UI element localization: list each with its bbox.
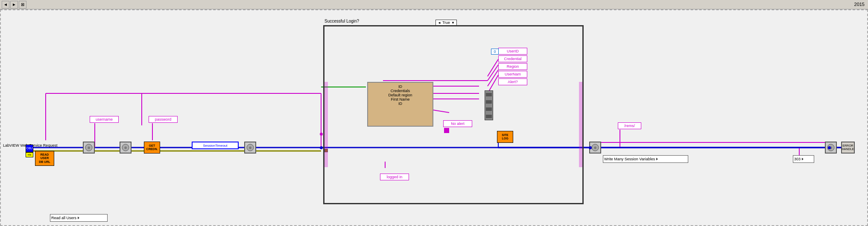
cluster-box: ID Credentials Default region First Name…	[367, 82, 433, 127]
logged-in-label: logged in	[380, 174, 409, 180]
svg-text:⚙: ⚙	[124, 146, 127, 149]
userid-label: UserID	[498, 48, 527, 55]
svg-text:⚙: ⚙	[88, 146, 90, 149]
num-0-box: 0	[491, 49, 499, 55]
connector-array	[485, 90, 493, 120]
svg-text:⚙: ⚙	[594, 146, 596, 149]
site-log-node: SITE LOG	[497, 131, 513, 143]
cluster-id: ID	[370, 84, 431, 89]
no-alert-label: No alert	[443, 120, 472, 127]
cluster-id2: ID	[370, 101, 431, 106]
credential-label: Credential	[498, 55, 527, 62]
case-title: Successful Login?	[324, 19, 359, 23]
username2-label: UserNam	[498, 71, 527, 78]
cluster-default-region: Default region	[370, 93, 431, 97]
case-left-pink-bar	[324, 82, 328, 167]
obj-node: OBJ	[26, 145, 33, 152]
error-handle-node: ERROR HANDLE	[841, 142, 855, 154]
toolbar-btn-1[interactable]: ◄	[2, 1, 9, 9]
cluster-credentials: Credentials	[370, 89, 431, 93]
read-all-users-arrow	[78, 217, 79, 219]
wire-junction	[320, 146, 323, 149]
read-all-users-label: Read all Users	[51, 216, 76, 220]
password-label: password	[149, 116, 178, 123]
num-303-label: 303	[794, 157, 801, 161]
case-selector[interactable]: ◄ True ▼	[435, 20, 457, 26]
read-user-node: READ USER DB URL	[35, 151, 54, 166]
blue-junction-3	[828, 146, 831, 149]
toolbar-btn-3[interactable]: ⊠	[19, 1, 26, 9]
yellow-node: nis	[26, 152, 33, 157]
subvi-3: ⚙	[244, 142, 256, 154]
num-303-arrow	[802, 158, 804, 160]
case-structure: Successful Login? ◄ True ▼ ID Credential…	[323, 25, 584, 204]
pink-junction-1	[320, 133, 323, 136]
write-session-arrow	[656, 158, 658, 160]
pink-rect-alert	[444, 128, 449, 133]
year-label: 2015	[854, 2, 865, 7]
num-303-dropdown[interactable]: 303	[793, 155, 814, 163]
canvas: LabVIEW Web Service Request OBJ nis READ…	[0, 9, 868, 226]
alert-label: Alert?	[498, 78, 527, 85]
subvi-2: ⚙	[120, 142, 132, 154]
write-session-vars-dropdown[interactable]: Write Many Session Variables	[603, 155, 688, 163]
cluster-first-name: First Name	[370, 97, 431, 101]
username-label: username	[90, 116, 119, 123]
blue-junction-2	[589, 146, 592, 149]
region-label: Region	[498, 63, 527, 70]
read-all-users-dropdown[interactable]: Read all Users	[50, 214, 108, 222]
subvi-1: ⚙	[83, 142, 95, 154]
write-session-label: Write Many Session Variables	[604, 157, 655, 161]
get-credn-node: GET CREDN.	[144, 142, 160, 154]
rems-label: /rems/	[618, 122, 641, 129]
svg-text:⚙: ⚙	[249, 146, 251, 149]
subvi-5: ⚙	[825, 142, 837, 154]
case-right-pink-bar	[579, 82, 582, 167]
session-timeout-label: SessionTimeout	[192, 142, 239, 149]
toolbar: ◄ ► ⊠ 2015	[0, 0, 868, 9]
toolbar-btn-2[interactable]: ►	[10, 1, 18, 9]
